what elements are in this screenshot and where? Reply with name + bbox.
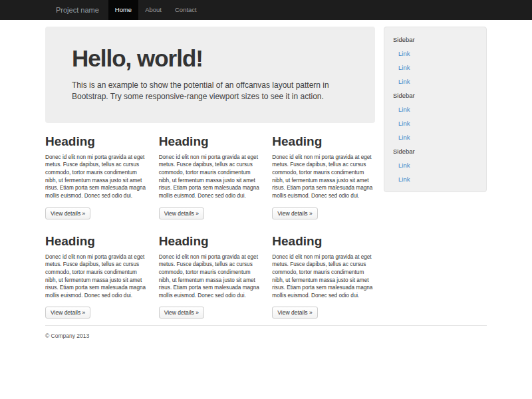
card-body-text: Donec id elit non mi porta gravida at eg… xyxy=(272,253,375,300)
footer: © Company 2013 xyxy=(45,325,487,348)
sidebar-group-header: Sidebar xyxy=(384,88,486,102)
content-card: HeadingDonec id elit non mi porta gravid… xyxy=(159,234,262,319)
view-details-button[interactable]: View details » xyxy=(45,307,90,319)
navbar-inner: Project name HomeAboutContact xyxy=(45,0,487,20)
nav-item-about[interactable]: About xyxy=(138,0,168,20)
card-heading: Heading xyxy=(272,134,375,149)
nav-item-contact[interactable]: Contact xyxy=(168,0,203,20)
jumbotron: Hello, world! This is an example to show… xyxy=(45,27,375,123)
nav-item-home[interactable]: Home xyxy=(108,0,138,20)
sidebar-link[interactable]: Link xyxy=(384,74,486,88)
sidebar-link[interactable]: Link xyxy=(384,172,486,186)
view-details-button[interactable]: View details » xyxy=(45,207,90,219)
view-details-button[interactable]: View details » xyxy=(272,307,317,319)
card-heading: Heading xyxy=(159,234,262,249)
card-heading: Heading xyxy=(272,234,375,249)
content-row: Hello, world! This is an example to show… xyxy=(45,27,487,319)
card-body-text: Donec id elit non mi porta gravida at eg… xyxy=(272,154,375,200)
card-heading: Heading xyxy=(45,134,148,149)
jumbotron-heading: Hello, world! xyxy=(72,45,359,72)
content-card: HeadingDonec id elit non mi porta gravid… xyxy=(272,134,375,219)
sidebar-link[interactable]: Link xyxy=(384,102,486,116)
navbar: Project name HomeAboutContact xyxy=(0,0,532,20)
sidebar-group-header: Sidebar xyxy=(384,33,486,47)
sidebar-link[interactable]: Link xyxy=(384,116,486,130)
card-body-text: Donec id elit non mi porta gravida at eg… xyxy=(45,154,148,200)
sidebar-group-header: Sidebar xyxy=(384,144,486,158)
sidebar-link[interactable]: Link xyxy=(384,47,486,61)
page-container: Hello, world! This is an example to show… xyxy=(45,20,487,348)
navbar-brand[interactable]: Project name xyxy=(51,0,104,20)
navbar-menu: HomeAboutContact xyxy=(108,0,203,20)
card-heading: Heading xyxy=(159,134,262,149)
sidebar-link[interactable]: Link xyxy=(384,130,486,144)
content-card: HeadingDonec id elit non mi porta gravid… xyxy=(272,234,375,319)
view-details-button[interactable]: View details » xyxy=(272,207,317,219)
sidebar: SidebarLinkLinkLinkSidebarLinkLinkLinkSi… xyxy=(384,27,487,192)
card-body-text: Donec id elit non mi porta gravida at eg… xyxy=(45,253,148,300)
sidebar-nav: SidebarLinkLinkLinkSidebarLinkLinkLinkSi… xyxy=(384,33,486,186)
content-card: HeadingDonec id elit non mi porta gravid… xyxy=(45,234,148,319)
cards-grid: HeadingDonec id elit non mi porta gravid… xyxy=(45,134,375,319)
sidebar-link[interactable]: Link xyxy=(384,158,486,172)
jumbotron-text: This is an example to show the potential… xyxy=(72,80,359,103)
sidebar-link[interactable]: Link xyxy=(384,61,486,74)
card-body-text: Donec id elit non mi porta gravida at eg… xyxy=(159,253,262,300)
card-heading: Heading xyxy=(45,234,148,249)
card-body-text: Donec id elit non mi porta gravida at eg… xyxy=(159,154,262,200)
content-card: HeadingDonec id elit non mi porta gravid… xyxy=(159,134,262,219)
view-details-button[interactable]: View details » xyxy=(159,207,204,219)
view-details-button[interactable]: View details » xyxy=(159,307,204,319)
content-card: HeadingDonec id elit non mi porta gravid… xyxy=(45,134,148,219)
footer-copyright: © Company 2013 xyxy=(45,332,487,339)
main-column: Hello, world! This is an example to show… xyxy=(45,27,375,319)
